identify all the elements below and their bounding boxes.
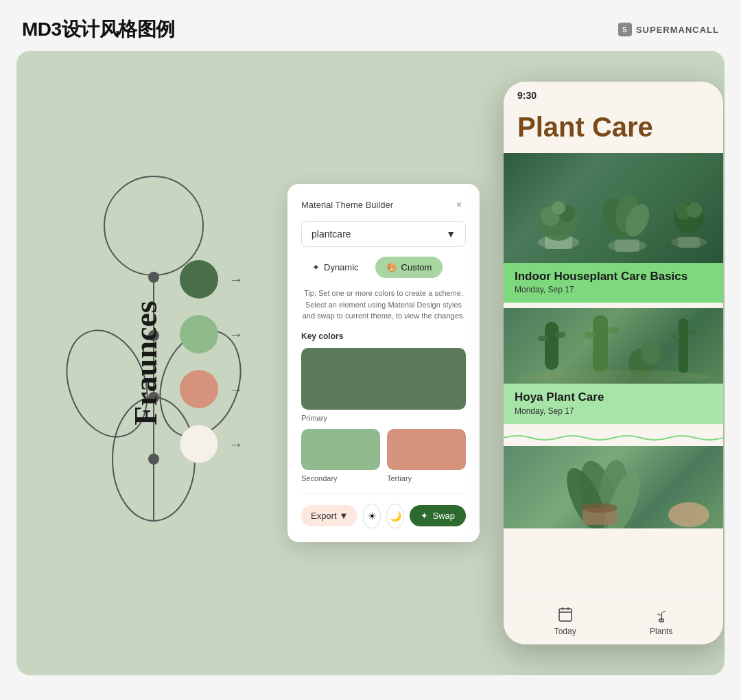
brand-logo: S SUPERMANCALL [618,23,719,36]
custom-tab-label: Custom [401,262,432,272]
plant-card-1[interactable]: Indoor Houseplant Care Basics Monday, Se… [504,153,723,303]
page-title: MD3设计风格图例 [22,16,175,43]
svg-point-14 [552,201,565,215]
close-button[interactable]: × [452,198,466,211]
svg-rect-34 [672,334,680,339]
color-row-4: → [180,425,243,463]
color-row-3: → [180,370,243,408]
sun-icon: ☀ [368,511,377,522]
export-button[interactable]: Export ▼ [301,505,357,526]
dynamic-tab-label: Dynamic [324,262,359,272]
arrow-icon-1: → [229,272,243,288]
svg-rect-44 [559,609,572,621]
left-panel: → → → → Fraunces [44,78,263,648]
phone-mockup: 9:30 Plant Care [504,82,723,644]
dropdown-value: plantcare [311,229,351,240]
plant-image-aloe [504,446,723,528]
plant-card-1-overlay: Indoor Houseplant Care Basics Monday, Se… [504,263,723,303]
plants-label: Plants [650,627,672,636]
plant-card-1-date: Monday, Sep 17 [515,285,712,294]
wavy-section [504,430,723,446]
fraunces-label: Fraunces [128,301,164,425]
svg-point-8 [148,454,159,465]
primary-color-swatch[interactable] [301,348,466,410]
nav-today[interactable]: Today [554,605,576,636]
card-footer: Export ▼ ☀ 🌙 ✦ Swap [301,504,466,528]
sparkle-icon: ✦ [312,262,320,272]
plant-card-2-date: Monday, Sep 17 [515,406,712,416]
arrow-icon-3: → [229,382,243,397]
succulent-svg [504,153,723,263]
arrow-icon-2: → [229,327,243,342]
cactus-svg [504,308,723,384]
svg-rect-27 [555,332,565,338]
light-mode-button[interactable]: ☀ [363,504,381,528]
swap-label: Swap [432,511,455,521]
plantcare-dropdown[interactable]: plantcare ▼ [301,221,466,247]
svg-rect-25 [545,322,558,370]
brand-name: SUPERMANCALL [636,25,719,35]
export-label: Export [311,511,337,521]
card-header: Material Theme Builder × [301,198,466,211]
swatch-labels-row: Secondary Tertiary [301,474,466,482]
dark-mode-button[interactable]: 🌙 [386,504,404,528]
flower-container: → → → → Fraunces [58,164,250,562]
svg-point-36 [517,370,709,384]
svg-rect-28 [593,315,608,373]
svg-rect-33 [679,318,688,373]
color-swatch-light-green [180,315,218,353]
tertiary-color-swatch[interactable] [387,429,466,470]
today-icon [556,605,575,624]
color-swatch-pink [180,370,218,408]
main-container: → → → → Fraunces [16,51,725,675]
phone-nav: Today Plants [504,597,723,644]
tab-row: ✦ Dynamic 🎨 Custom [301,257,466,278]
custom-tab[interactable]: 🎨 Custom [375,257,443,278]
svg-point-32 [642,340,661,365]
today-label: Today [554,627,576,636]
plant-card-3-peek[interactable] [504,446,723,597]
svg-rect-21 [678,237,700,248]
phone-app-header: Plant Care [504,106,723,153]
svg-rect-29 [585,332,596,338]
color-row-1: → [180,260,243,299]
palette-icon: 🎨 [386,262,397,272]
tip-text: Tip: Set one or more colors to create a … [301,288,466,322]
app-title: Plant Care [517,112,709,142]
swap-button[interactable]: ✦ Swap [410,505,466,526]
svg-rect-30 [608,327,619,334]
plant-card-2-title: Hoya Plant Care [515,390,712,404]
status-time: 9:30 [517,90,537,101]
succulents-bg [504,153,723,263]
aloe-svg [504,446,723,528]
phone-status-bar: 9:30 [504,82,723,106]
tertiary-label: Tertiary [387,474,466,482]
color-swatch-dark-green [180,260,218,299]
svg-point-24 [687,202,702,218]
secondary-label: Secondary [301,474,380,482]
secondary-color-swatch[interactable] [301,429,380,470]
svg-point-43 [668,502,709,527]
dynamic-tab[interactable]: ✦ Dynamic [301,257,370,278]
svg-rect-16 [615,240,639,252]
plant-card-2[interactable]: Hoya Plant Care Monday, Sep 17 [504,308,723,423]
chevron-down-icon: ▼ [446,229,456,240]
phone-content: Indoor Houseplant Care Basics Monday, Se… [504,153,723,597]
svg-point-5 [148,272,159,283]
card-divider [301,493,466,494]
nav-plants[interactable]: Plants [650,605,672,636]
swap-icon: ✦ [421,511,428,521]
plant-card-1-title: Indoor Houseplant Care Basics [515,270,712,283]
primary-label: Primary [301,414,466,422]
fraunces-text: Fraunces [128,301,163,425]
svg-point-42 [582,503,618,513]
wavy-divider-svg [504,432,723,443]
key-colors-label: Key colors [301,331,466,341]
theme-builder-card: Material Theme Builder × plantcare ▼ ✦ D… [287,184,480,542]
export-chevron-icon: ▼ [340,511,349,521]
plant-image-succulents [504,153,723,263]
color-swatch-cream [180,425,218,463]
svg-rect-35 [688,330,696,335]
card-title-text: Material Theme Builder [301,200,393,210]
close-icon: × [456,199,462,210]
